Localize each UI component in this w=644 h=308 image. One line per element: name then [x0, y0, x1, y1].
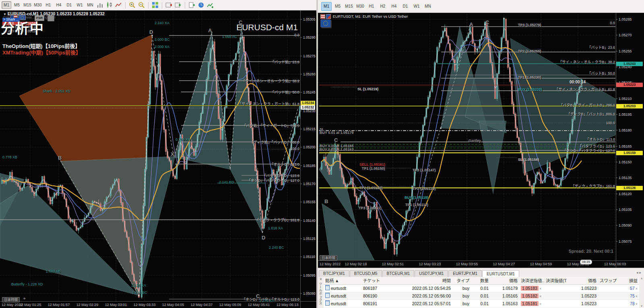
line-chart-button[interactable] — [115, 1, 122, 9]
column-header-2[interactable]: 時間 — [398, 277, 452, 284]
close-position-button[interactable]: × — [636, 287, 638, 291]
cell-0: eurtusdt — [324, 300, 361, 307]
tab-btceur-m1[interactable]: BTCEUR,M1 — [382, 270, 415, 277]
zoom-out-icon — [138, 2, 145, 8]
tile-windows-button[interactable] — [151, 1, 159, 9]
toolbox-close-button[interactable]: × — [318, 277, 324, 282]
right-toolbar: M1M5M15M30H1H2H4D1W1MN — [318, 0, 644, 13]
tile-windows-icon — [152, 2, 159, 8]
tab-btcusd-m5[interactable]: BTCUSD,M5 — [350, 270, 382, 277]
timeframe-m15-button[interactable]: M15 — [23, 1, 32, 9]
column-header-10[interactable]: 損益 — [617, 277, 639, 284]
position-row-806191[interactable]: eurtusdt8061912022.05.12 05:57:01buy0.01… — [324, 300, 639, 308]
column-header-8[interactable]: 価格 — [567, 277, 598, 284]
cell-6[interactable]: 1.05181× — [519, 300, 544, 307]
indicator-button[interactable] — [206, 1, 214, 9]
period-icon — [198, 2, 204, 8]
bar-chart-button[interactable] — [96, 1, 104, 9]
auto-scroll-button[interactable] — [174, 1, 182, 9]
column-header-3[interactable]: タイプ — [452, 277, 471, 284]
close-position-button[interactable]: × — [636, 302, 638, 306]
cell-3: buy — [452, 285, 471, 292]
timeframe-d1-button[interactable]: D1 — [64, 1, 74, 9]
timeframe-h1-button[interactable]: H1 — [43, 1, 53, 9]
remove-sl-button[interactable]: × — [539, 287, 541, 291]
column-header-5[interactable]: 価格 — [490, 277, 519, 284]
period-button[interactable] — [197, 1, 205, 9]
cell-8: 1.05223 — [567, 300, 598, 307]
toolbox-vertical-label[interactable]: ツールボックス — [318, 282, 322, 305]
cell-7 — [544, 285, 567, 292]
new-order-button[interactable] — [188, 1, 196, 9]
cell-1: 806190 — [361, 292, 398, 300]
cell-3: buy — [452, 300, 471, 307]
left-toolbar: M1M5M15M30H1H4D1W1MN — [0, 0, 316, 10]
timeframe-m5-button[interactable]: M5 — [332, 2, 343, 11]
cell-2: 2022.05.12 05:54:25 — [398, 285, 452, 292]
column-header-7[interactable]: 決済指値(T/... — [544, 277, 567, 284]
remove-sl-button[interactable]: × — [539, 294, 541, 298]
tab-usdtjpy-m1[interactable]: USDTJPY,M1 — [415, 270, 448, 277]
column-header-1[interactable]: チケット — [361, 277, 398, 284]
cell-6[interactable]: 1.05182× — [519, 292, 544, 300]
position-row-806190[interactable]: eurtusdt8061902022.05.12 05:56:00buy0.01… — [324, 292, 639, 300]
line-chart-icon — [115, 2, 122, 8]
timeframe-m1-button[interactable]: M1 — [2, 1, 11, 9]
position-doc-icon — [325, 285, 330, 290]
auto-scroll-icon — [175, 2, 182, 8]
timeframe-m30-button[interactable]: M30 — [355, 2, 365, 11]
positions-table: 銘柄 ▲チケット時間タイプ数量価格決済逆指値...決済指値(T/...価格スワッ… — [324, 277, 639, 308]
timeframe-h2-button[interactable]: H2 — [378, 2, 388, 11]
cell-9 — [598, 292, 617, 300]
toolbox-side-strip: × ツールボックス — [318, 277, 324, 308]
tab-btcjpy-m1[interactable]: BTCJPY,M1 — [319, 270, 349, 277]
cell-10[interactable]: 57× — [617, 285, 639, 292]
column-header-0[interactable]: 銘柄 ▲ — [324, 277, 361, 284]
toolbox-panel: BTCJPY,M1BTCUSD,M5BTCEUR,M1USDTJPY,M1EUR… — [318, 268, 644, 308]
close-position-button[interactable]: × — [636, 294, 638, 298]
tab-eurtjpy-m1[interactable]: EURTJPY,M1 — [448, 270, 482, 277]
timeframe-w1-button[interactable]: W1 — [411, 2, 422, 11]
cell-0: eurtusdt — [324, 285, 361, 292]
tab-eurtusdt-m1[interactable]: EURTUSDT,M1 — [482, 270, 519, 277]
remove-sl-button[interactable]: × — [539, 302, 541, 306]
position-row-806187[interactable]: eurtusdt8061872022.05.12 05:54:25buy0.01… — [324, 285, 639, 292]
cell-5: 1.05163 — [490, 300, 519, 307]
cell-10[interactable]: 75× — [617, 292, 639, 300]
timeframe-m5-button[interactable]: M5 — [12, 1, 22, 9]
timeframe-h1-button[interactable]: H1 — [366, 2, 377, 11]
zoom-out-button[interactable] — [138, 1, 145, 9]
bar-chart-icon — [97, 2, 103, 8]
cell-3: buy — [452, 292, 471, 300]
candlestick-button[interactable] — [105, 1, 113, 9]
cell-8: 1.05223 — [567, 292, 598, 300]
sl-value-badge: 1.05181 — [521, 301, 539, 306]
column-header-6[interactable]: 決済逆指値... — [519, 277, 544, 284]
cell-9 — [598, 285, 617, 292]
timeframe-w1-button[interactable]: W1 — [75, 1, 85, 9]
timeframe-mn-button[interactable]: MN — [85, 1, 95, 9]
timeframe-h4-button[interactable]: H4 — [54, 1, 64, 9]
left-chart-canvas[interactable] — [0, 0, 316, 308]
right-chart-window: M1M5M15M30H1H2H4D1W1MN EURTUSDT, M1: EUR… — [318, 0, 644, 308]
chart-shift-button[interactable] — [165, 1, 173, 9]
cell-6[interactable]: 1.05183× — [519, 285, 544, 292]
timeframe-mn-button[interactable]: MN — [423, 2, 433, 11]
timeframe-d1-button[interactable]: D1 — [400, 2, 411, 11]
timeframe-m15-button[interactable]: M15 — [344, 2, 354, 11]
profit-value: 75 — [630, 293, 635, 298]
cell-4: 0.01 — [471, 292, 490, 300]
timeframe-m30-button[interactable]: M30 — [33, 1, 43, 9]
column-header-4[interactable]: 数量 — [471, 277, 490, 284]
cell-10[interactable]: 78× — [617, 300, 639, 307]
cell-4: 0.01 — [471, 300, 490, 307]
zoom-in-button[interactable] — [128, 1, 136, 9]
right-chart-canvas[interactable] — [318, 0, 644, 268]
timeframe-h4-button[interactable]: H4 — [389, 2, 399, 11]
tab-nav-arrows[interactable]: ◂▸ — [636, 271, 642, 275]
positions-table-header[interactable]: 銘柄 ▲チケット時間タイプ数量価格決済逆指値...決済指値(T/...価格スワッ… — [324, 277, 639, 285]
table-scrollbar[interactable]: ∧ ∨ — [639, 277, 644, 308]
column-header-9[interactable]: スワップ — [598, 277, 617, 284]
cell-8: 1.05223 — [567, 285, 598, 292]
timeframe-m1-button[interactable]: M1 — [321, 2, 332, 11]
